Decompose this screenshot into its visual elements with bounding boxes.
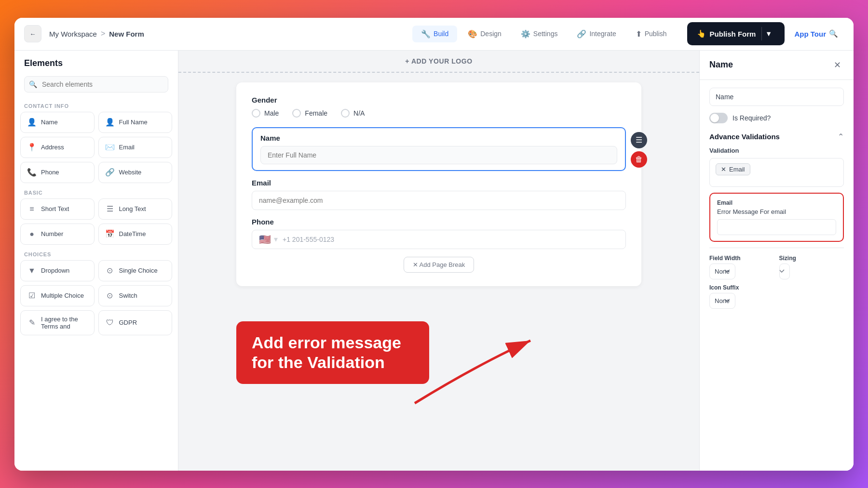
element-dropdown[interactable]: ▼ Dropdown — [20, 260, 95, 281]
field-width-col: Field Width None — [709, 255, 774, 279]
gender-female[interactable]: Female — [292, 109, 327, 118]
app-tour-button[interactable]: App Tour 🔍 — [788, 25, 844, 43]
name-field-label: Name — [260, 134, 617, 142]
basic-grid: ≡ Short Text ☰ Long Text ● Number 📅 Date… — [20, 198, 172, 245]
back-button[interactable]: ← — [24, 25, 41, 42]
icon-suffix-col: Icon Suffix None — [709, 284, 844, 309]
error-message-input[interactable] — [717, 219, 836, 235]
element-full-name[interactable]: 👤 Full Name — [98, 112, 173, 133]
element-agree-terms[interactable]: ✎ I agree to the Terms and — [20, 310, 95, 335]
datetime-icon: 📅 — [105, 229, 115, 239]
element-multiple-choice[interactable]: ☑ Multiple Choice — [20, 285, 95, 306]
design-icon: 🎨 — [468, 29, 477, 39]
field-delete-button[interactable]: 🗑 — [631, 151, 647, 168]
element-email[interactable]: ✉️ Email — [98, 137, 173, 158]
element-website[interactable]: 🔗 Website — [98, 162, 173, 183]
icon-suffix-select[interactable]: None — [709, 293, 735, 309]
validation-label: Validation — [709, 147, 844, 154]
phone-flag: 🇺🇸 — [259, 234, 271, 245]
element-switch-label: Switch — [119, 292, 137, 299]
error-msg-description: Error Message For email — [717, 208, 836, 215]
page-break-label: ✕ Add Page Break — [413, 261, 465, 268]
back-icon: ← — [29, 30, 36, 38]
other-grid: ✎ I agree to the Terms and 🛡 GDPR — [20, 310, 172, 335]
full-name-icon: 👤 — [105, 117, 115, 128]
top-nav: ← My Workspace > New Form 🔧 Build 🎨 Desi… — [14, 18, 854, 51]
email-field-label: Email — [252, 179, 626, 187]
name-icon: 👤 — [27, 117, 37, 128]
tab-publish-label: Publish — [645, 30, 667, 38]
app-window: ← My Workspace > New Form 🔧 Build 🎨 Desi… — [14, 18, 854, 471]
advance-validations-header: Advance Validations ⌃ — [709, 132, 844, 141]
element-address[interactable]: 📍 Address — [20, 137, 95, 158]
contact-info-grid: 👤 Name 👤 Full Name 📍 Address ✉️ Email — [20, 112, 172, 183]
publish-dropdown-arrow[interactable]: ▾ — [761, 27, 775, 40]
field-settings-button[interactable]: ☰ — [631, 132, 647, 148]
email-input[interactable] — [252, 191, 626, 210]
section-choices: CHOICES — [20, 247, 172, 260]
email-field: Email — [252, 179, 626, 210]
left-panel: Elements 🔍 CONTACT INFO 👤 Name 👤 Full Na… — [14, 51, 178, 471]
gender-na[interactable]: N/A — [341, 109, 365, 118]
long-text-icon: ☰ — [105, 204, 115, 214]
field-actions: ☰ 🗑 — [631, 132, 647, 168]
trash-icon: 🗑 — [635, 155, 643, 164]
collapse-icon[interactable]: ⌃ — [838, 132, 844, 141]
element-gdpr-label: GDPR — [119, 319, 137, 326]
left-panel-header: Elements — [14, 51, 178, 72]
element-datetime-label: DateTime — [119, 230, 146, 237]
settings-gear-icon: ☰ — [636, 135, 642, 145]
validation-box: ✕ Email — [709, 158, 844, 187]
close-panel-button[interactable]: ✕ — [830, 58, 844, 72]
switch-icon: ⊙ — [105, 290, 115, 301]
element-short-text[interactable]: ≡ Short Text — [20, 198, 95, 220]
element-datetime[interactable]: 📅 DateTime — [98, 224, 173, 245]
tab-design[interactable]: 🎨 Design — [459, 26, 510, 42]
element-phone[interactable]: 📞 Phone — [20, 162, 95, 183]
is-required-row: Is Required? — [709, 113, 844, 123]
phone-number: +1 201-555-0123 — [283, 230, 334, 249]
element-number[interactable]: ● Number — [20, 224, 95, 245]
field-width-section: Field Width None Sizing — [709, 248, 844, 309]
sizing-col: Sizing — [779, 255, 844, 279]
element-name-label: Name — [41, 119, 58, 126]
element-name[interactable]: 👤 Name — [20, 112, 95, 133]
element-phone-label: Phone — [41, 169, 59, 176]
field-name-input[interactable] — [709, 88, 844, 106]
add-page-break-button[interactable]: ✕ Add Page Break — [404, 257, 475, 273]
multiple-choice-icon: ☑ — [27, 290, 37, 301]
choices-grid: ▼ Dropdown ⊙ Single Choice ☑ Multiple Ch… — [20, 260, 172, 306]
main-layout: Elements 🔍 CONTACT INFO 👤 Name 👤 Full Na… — [14, 51, 854, 471]
sizing-select[interactable] — [779, 264, 790, 279]
add-logo-button[interactable]: + ADD YOUR LOGO — [405, 57, 472, 65]
tab-publish[interactable]: ⬆ Publish — [627, 26, 676, 42]
element-email-label: Email — [119, 144, 135, 151]
element-gdpr[interactable]: 🛡 GDPR — [98, 310, 173, 335]
search-icon: 🔍 — [829, 29, 838, 38]
validation-x-icon[interactable]: ✕ — [721, 166, 726, 173]
right-panel-header: Name ✕ — [700, 51, 854, 80]
tab-integrate[interactable]: 🔗 Integrate — [568, 26, 624, 42]
tab-build[interactable]: 🔧 Build — [412, 26, 457, 42]
gender-field-group: Gender Male Female — [252, 96, 626, 118]
search-input[interactable] — [24, 76, 168, 92]
gender-male[interactable]: Male — [252, 109, 279, 118]
advance-validations-title: Advance Validations — [709, 132, 780, 141]
number-icon: ● — [27, 229, 37, 239]
element-single-choice[interactable]: ⊙ Single Choice — [98, 260, 173, 281]
integrate-icon: 🔗 — [577, 29, 586, 39]
address-icon: 📍 — [27, 142, 37, 153]
element-single-choice-label: Single Choice — [119, 267, 158, 274]
name-field-input[interactable] — [260, 146, 617, 164]
element-switch[interactable]: ⊙ Switch — [98, 285, 173, 306]
tab-settings[interactable]: ⚙️ Settings — [512, 26, 567, 42]
is-required-toggle[interactable] — [709, 113, 728, 123]
phone-field-label: Phone — [252, 218, 626, 226]
element-long-text[interactable]: ☰ Long Text — [98, 198, 173, 220]
add-page-break: ✕ Add Page Break — [252, 257, 626, 273]
phone-field: Phone 🇺🇸 ▾ +1 201-555-0123 — [252, 218, 626, 249]
search-box: 🔍 — [24, 76, 168, 92]
gender-male-label: Male — [264, 109, 279, 117]
publish-form-button[interactable]: 👆 Publish Form ▾ — [687, 22, 785, 45]
field-width-select[interactable]: None — [709, 264, 735, 279]
